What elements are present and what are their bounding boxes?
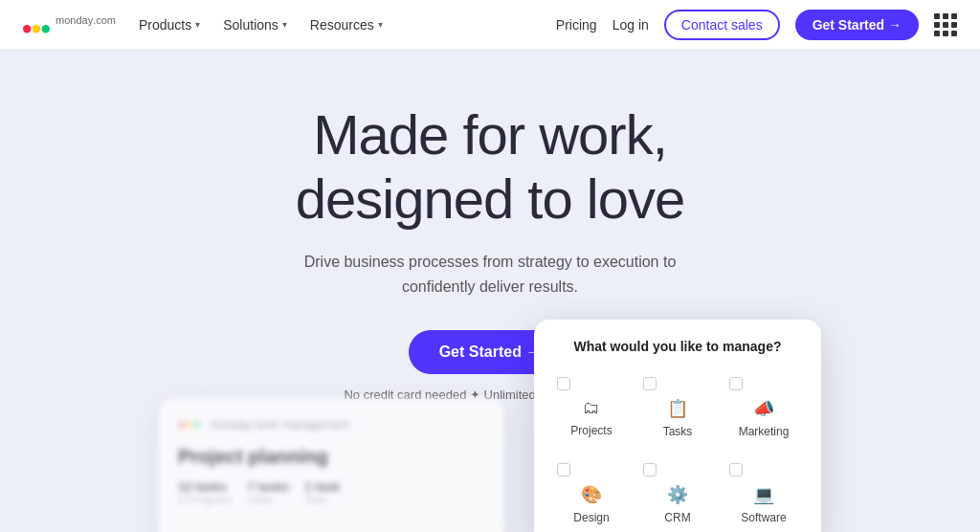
svg-point-1 (33, 25, 40, 33)
manage-card-title: What would you like to manage? (553, 339, 802, 354)
manage-card-grid: 🗂 Projects 📋 Tasks 📣 Marketing 🎨 (553, 369, 802, 532)
chevron-down-icon: ▾ (378, 19, 383, 30)
nav-products-link[interactable]: Products ▾ (139, 17, 200, 33)
hero-title: Made for work, designed to love (296, 103, 684, 231)
apps-grid-icon[interactable] (934, 13, 957, 36)
manage-item-software[interactable]: 💻 Software (725, 455, 802, 532)
projects-label: Projects (570, 424, 612, 437)
software-checkbox[interactable] (729, 463, 743, 477)
chevron-down-icon: ▾ (282, 19, 287, 30)
design-checkbox[interactable] (557, 463, 570, 477)
manage-item-design[interactable]: 🎨 Design (553, 455, 630, 532)
manage-item-crm[interactable]: ⚙️ CRM (639, 455, 716, 532)
manage-item-projects[interactable]: 🗂 Projects (553, 369, 630, 446)
projects-checkbox[interactable] (557, 377, 570, 390)
manage-item-tasks[interactable]: 📋 Tasks (639, 369, 716, 446)
logo[interactable]: monday.com (23, 14, 116, 35)
svg-point-2 (42, 25, 50, 33)
crm-label: CRM (664, 511, 690, 524)
projects-icon: 🗂 (583, 398, 600, 418)
nav-solutions-link[interactable]: Solutions ▾ (223, 17, 287, 33)
tasks-icon: 📋 (667, 398, 688, 419)
manage-item-marketing[interactable]: 📣 Marketing (725, 369, 802, 446)
software-icon: 💻 (753, 484, 774, 505)
svg-point-5 (194, 422, 201, 429)
manage-card: What would you like to manage? 🗂 Project… (534, 320, 821, 532)
navbar: monday.com Products ▾ Solutions ▾ Resour… (0, 0, 980, 50)
card-stats: 12 tasks In Progress 7 tasks Done 1 task… (178, 479, 484, 505)
nav-right: Pricing Log in Contact sales Get Started… (556, 10, 957, 40)
software-label: Software (741, 511, 786, 524)
marketing-icon: 📣 (753, 398, 774, 419)
svg-point-3 (179, 422, 186, 429)
design-icon: 🎨 (581, 484, 602, 505)
crm-checkbox[interactable] (643, 463, 657, 477)
marketing-checkbox[interactable] (729, 377, 743, 390)
nav-pricing-link[interactable]: Pricing (556, 17, 597, 33)
svg-point-0 (23, 25, 31, 33)
card-brand-label: monday work management (211, 418, 349, 432)
tasks-checkbox[interactable] (643, 377, 657, 390)
logo-wordmark: monday.com (56, 14, 116, 35)
svg-point-4 (187, 422, 193, 429)
chevron-down-icon: ▾ (195, 19, 200, 30)
hero-section: Made for work, designed to love Drive bu… (0, 50, 980, 532)
hero-bottom-cards: monday work management Project planning … (0, 320, 980, 532)
design-label: Design (573, 511, 609, 524)
get-started-nav-button[interactable]: Get Started → (795, 10, 919, 40)
login-button[interactable]: Log in (612, 17, 649, 33)
card-heading: Project planning (178, 446, 484, 468)
hero-subtitle: Drive business processes from strategy t… (289, 250, 691, 299)
tasks-label: Tasks (663, 425, 693, 438)
nav-resources-link[interactable]: Resources ▾ (310, 17, 383, 33)
nav-left: monday.com Products ▾ Solutions ▾ Resour… (23, 14, 383, 35)
left-preview-card: monday work management Project planning … (159, 398, 503, 532)
contact-sales-button[interactable]: Contact sales (664, 10, 780, 40)
crm-icon: ⚙️ (667, 484, 688, 505)
marketing-label: Marketing (739, 425, 790, 438)
